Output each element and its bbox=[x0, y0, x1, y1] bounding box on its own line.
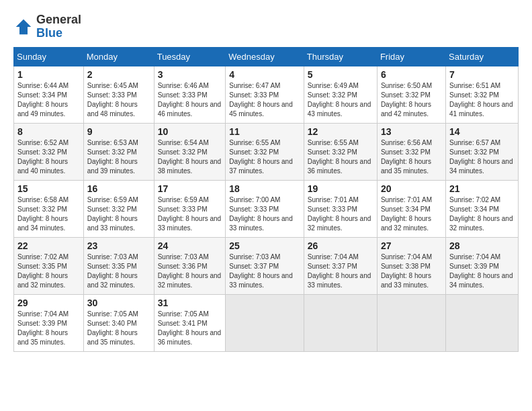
day-cell bbox=[226, 294, 304, 351]
day-number: 1 bbox=[17, 69, 80, 80]
day-number: 6 bbox=[381, 69, 442, 80]
day-cell: 29 Sunrise: 7:04 AMSunset: 3:39 PMDaylig… bbox=[14, 294, 84, 351]
day-number: 15 bbox=[17, 183, 80, 194]
day-number: 31 bbox=[158, 298, 222, 308]
day-number: 27 bbox=[381, 240, 442, 251]
day-header-saturday: Saturday bbox=[445, 47, 518, 66]
logo: General Blue bbox=[13, 13, 81, 40]
day-detail: Sunrise: 6:51 AMSunset: 3:32 PMDaylight:… bbox=[449, 82, 513, 118]
day-detail: Sunrise: 6:55 AMSunset: 3:32 PMDaylight:… bbox=[308, 139, 371, 175]
day-cell: 2 Sunrise: 6:45 AMSunset: 3:33 PMDayligh… bbox=[83, 66, 154, 123]
day-cell: 24 Sunrise: 7:03 AMSunset: 3:36 PMDaylig… bbox=[154, 237, 226, 294]
day-header-thursday: Thursday bbox=[304, 47, 377, 66]
day-number: 24 bbox=[158, 240, 222, 251]
day-cell: 13 Sunrise: 6:56 AMSunset: 3:32 PMDaylig… bbox=[377, 123, 445, 180]
day-detail: Sunrise: 7:04 AMSunset: 3:39 PMDaylight:… bbox=[17, 310, 69, 346]
day-detail: Sunrise: 6:54 AMSunset: 3:32 PMDaylight:… bbox=[158, 139, 222, 175]
day-cell: 27 Sunrise: 7:04 AMSunset: 3:38 PMDaylig… bbox=[377, 237, 445, 294]
day-cell: 25 Sunrise: 7:03 AMSunset: 3:37 PMDaylig… bbox=[226, 237, 304, 294]
day-cell: 30 Sunrise: 7:05 AMSunset: 3:40 PMDaylig… bbox=[83, 294, 154, 351]
day-cell bbox=[304, 294, 377, 351]
day-number: 28 bbox=[449, 240, 515, 251]
day-cell: 15 Sunrise: 6:58 AMSunset: 3:32 PMDaylig… bbox=[14, 180, 84, 237]
logo-icon bbox=[13, 17, 34, 37]
day-cell: 4 Sunrise: 6:47 AMSunset: 3:33 PMDayligh… bbox=[226, 66, 304, 123]
day-detail: Sunrise: 6:49 AMSunset: 3:32 PMDaylight:… bbox=[308, 82, 371, 118]
logo-text: General Blue bbox=[36, 13, 81, 40]
day-header-friday: Friday bbox=[377, 47, 445, 66]
day-detail: Sunrise: 6:56 AMSunset: 3:32 PMDaylight:… bbox=[381, 139, 432, 175]
day-cell: 5 Sunrise: 6:49 AMSunset: 3:32 PMDayligh… bbox=[304, 66, 377, 123]
day-number: 17 bbox=[158, 183, 222, 194]
day-number: 29 bbox=[17, 298, 80, 308]
day-number: 21 bbox=[449, 183, 515, 194]
week-row-3: 15 Sunrise: 6:58 AMSunset: 3:32 PMDaylig… bbox=[14, 180, 519, 237]
day-detail: Sunrise: 7:05 AMSunset: 3:40 PMDaylight:… bbox=[87, 310, 138, 346]
day-detail: Sunrise: 7:02 AMSunset: 3:35 PMDaylight:… bbox=[17, 253, 69, 289]
day-detail: Sunrise: 6:57 AMSunset: 3:32 PMDaylight:… bbox=[449, 139, 513, 175]
day-detail: Sunrise: 6:59 AMSunset: 3:33 PMDaylight:… bbox=[158, 196, 222, 232]
day-detail: Sunrise: 7:02 AMSunset: 3:34 PMDaylight:… bbox=[449, 196, 513, 232]
day-cell bbox=[445, 294, 518, 351]
day-detail: Sunrise: 6:58 AMSunset: 3:32 PMDaylight:… bbox=[17, 196, 69, 232]
day-cell: 14 Sunrise: 6:57 AMSunset: 3:32 PMDaylig… bbox=[445, 123, 518, 180]
day-detail: Sunrise: 6:45 AMSunset: 3:33 PMDaylight:… bbox=[87, 82, 138, 118]
week-row-2: 8 Sunrise: 6:52 AMSunset: 3:32 PMDayligh… bbox=[14, 123, 519, 180]
day-cell: 20 Sunrise: 7:01 AMSunset: 3:34 PMDaylig… bbox=[377, 180, 445, 237]
calendar-body: 1 Sunrise: 6:44 AMSunset: 3:34 PMDayligh… bbox=[14, 66, 519, 351]
day-cell: 26 Sunrise: 7:04 AMSunset: 3:37 PMDaylig… bbox=[304, 237, 377, 294]
day-number: 18 bbox=[229, 183, 300, 194]
day-number: 23 bbox=[87, 240, 150, 251]
day-number: 8 bbox=[17, 126, 80, 137]
day-detail: Sunrise: 6:46 AMSunset: 3:33 PMDaylight:… bbox=[158, 82, 222, 118]
day-cell: 21 Sunrise: 7:02 AMSunset: 3:34 PMDaylig… bbox=[445, 180, 518, 237]
day-number: 30 bbox=[87, 298, 150, 308]
week-row-1: 1 Sunrise: 6:44 AMSunset: 3:34 PMDayligh… bbox=[14, 66, 519, 123]
day-number: 5 bbox=[308, 69, 373, 80]
day-number: 14 bbox=[449, 126, 515, 137]
day-number: 9 bbox=[87, 126, 150, 137]
day-detail: Sunrise: 7:05 AMSunset: 3:41 PMDaylight:… bbox=[158, 310, 222, 346]
day-cell: 18 Sunrise: 7:00 AMSunset: 3:33 PMDaylig… bbox=[226, 180, 304, 237]
day-detail: Sunrise: 6:59 AMSunset: 3:32 PMDaylight:… bbox=[87, 196, 138, 232]
day-cell: 11 Sunrise: 6:55 AMSunset: 3:32 PMDaylig… bbox=[226, 123, 304, 180]
days-header-row: SundayMondayTuesdayWednesdayThursdayFrid… bbox=[14, 47, 519, 66]
day-number: 26 bbox=[308, 240, 373, 251]
day-header-tuesday: Tuesday bbox=[154, 47, 226, 66]
day-cell: 28 Sunrise: 7:04 AMSunset: 3:39 PMDaylig… bbox=[445, 237, 518, 294]
day-cell: 31 Sunrise: 7:05 AMSunset: 3:41 PMDaylig… bbox=[154, 294, 226, 351]
week-row-5: 29 Sunrise: 7:04 AMSunset: 3:39 PMDaylig… bbox=[14, 294, 519, 351]
day-header-monday: Monday bbox=[83, 47, 154, 66]
day-detail: Sunrise: 6:53 AMSunset: 3:32 PMDaylight:… bbox=[87, 139, 138, 175]
day-number: 22 bbox=[17, 240, 80, 251]
day-cell: 22 Sunrise: 7:02 AMSunset: 3:35 PMDaylig… bbox=[14, 237, 84, 294]
day-number: 11 bbox=[229, 126, 300, 137]
day-cell: 9 Sunrise: 6:53 AMSunset: 3:32 PMDayligh… bbox=[83, 123, 154, 180]
week-row-4: 22 Sunrise: 7:02 AMSunset: 3:35 PMDaylig… bbox=[14, 237, 519, 294]
day-number: 13 bbox=[381, 126, 442, 137]
day-detail: Sunrise: 7:04 AMSunset: 3:37 PMDaylight:… bbox=[308, 253, 371, 289]
day-cell bbox=[377, 294, 445, 351]
day-cell: 17 Sunrise: 6:59 AMSunset: 3:33 PMDaylig… bbox=[154, 180, 226, 237]
day-cell: 19 Sunrise: 7:01 AMSunset: 3:33 PMDaylig… bbox=[304, 180, 377, 237]
day-cell: 10 Sunrise: 6:54 AMSunset: 3:32 PMDaylig… bbox=[154, 123, 226, 180]
day-detail: Sunrise: 7:03 AMSunset: 3:35 PMDaylight:… bbox=[87, 253, 138, 289]
day-detail: Sunrise: 6:47 AMSunset: 3:33 PMDaylight:… bbox=[229, 82, 293, 118]
day-number: 4 bbox=[229, 69, 300, 80]
day-number: 2 bbox=[87, 69, 150, 80]
day-detail: Sunrise: 7:01 AMSunset: 3:34 PMDaylight:… bbox=[381, 196, 432, 232]
day-cell: 12 Sunrise: 6:55 AMSunset: 3:32 PMDaylig… bbox=[304, 123, 377, 180]
day-number: 20 bbox=[381, 183, 442, 194]
day-cell: 23 Sunrise: 7:03 AMSunset: 3:35 PMDaylig… bbox=[83, 237, 154, 294]
day-cell: 6 Sunrise: 6:50 AMSunset: 3:32 PMDayligh… bbox=[377, 66, 445, 123]
day-detail: Sunrise: 6:55 AMSunset: 3:32 PMDaylight:… bbox=[229, 139, 293, 175]
header: General Blue bbox=[13, 13, 519, 40]
day-number: 25 bbox=[229, 240, 300, 251]
day-header-sunday: Sunday bbox=[14, 47, 84, 66]
day-cell: 7 Sunrise: 6:51 AMSunset: 3:32 PMDayligh… bbox=[445, 66, 518, 123]
day-detail: Sunrise: 6:44 AMSunset: 3:34 PMDaylight:… bbox=[17, 82, 69, 118]
day-number: 12 bbox=[308, 126, 373, 137]
day-detail: Sunrise: 7:00 AMSunset: 3:33 PMDaylight:… bbox=[229, 196, 293, 232]
day-cell: 1 Sunrise: 6:44 AMSunset: 3:34 PMDayligh… bbox=[14, 66, 84, 123]
day-detail: Sunrise: 7:04 AMSunset: 3:38 PMDaylight:… bbox=[381, 253, 432, 289]
